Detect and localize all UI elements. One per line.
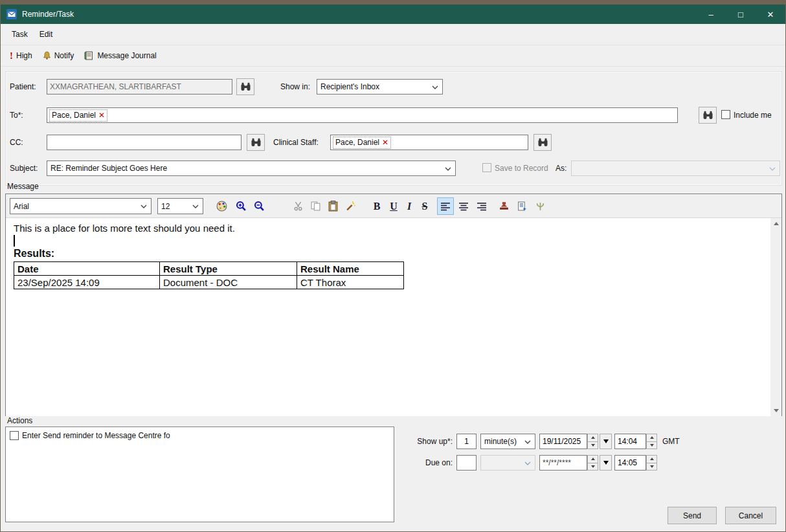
show-up-time-spinner[interactable] [646,434,657,449]
font-size-select[interactable]: 12 [157,198,203,214]
results-col-type: Result Type [160,262,297,276]
bold-icon: B [374,201,381,212]
align-right-icon [477,202,487,211]
scroll-up-button[interactable] [770,218,781,229]
actions-list-box: Enter Send reminder to Message Centre fo [5,427,394,522]
zoom-in-button[interactable] [232,197,249,215]
font-family-select[interactable]: Arial [10,198,152,214]
patient-field [47,79,232,94]
show-in-select[interactable]: Recipient's Inbox [317,79,443,94]
chevron-down-icon [524,440,531,444]
close-button[interactable]: ✕ [756,5,785,24]
show-up-unit-select[interactable]: minute(s) [480,434,535,449]
message-editor[interactable]: This is a place for lots more text shoul… [6,218,781,416]
show-up-date-input[interactable] [539,434,587,449]
editor-scrollbar[interactable] [770,218,781,416]
spin-up-button[interactable] [587,455,598,463]
menu-task[interactable]: Task [6,24,34,45]
copy-button[interactable] [307,197,324,215]
show-up-time-input[interactable] [614,434,646,449]
notify-button[interactable]: Notify [38,49,80,62]
align-center-icon [458,202,469,211]
dialog-body: Patient: Show in: Recipient's Inbox To*:… [1,67,785,531]
align-center-button[interactable] [455,197,472,215]
strikethrough-icon: S [422,201,428,212]
clinical-staff-chip[interactable]: Pace, Daniel ✕ [333,137,391,149]
send-button[interactable]: Send [668,507,717,524]
font-color-button[interactable] [213,197,230,215]
due-on-date-input[interactable] [539,455,587,471]
send-reminder-checkbox[interactable] [10,431,19,440]
spin-up-button[interactable] [587,434,598,442]
cc-label: CC: [10,135,23,150]
remove-clinical-staff-icon[interactable]: ✕ [382,138,388,147]
spin-down-button[interactable] [646,463,657,471]
to-search-button[interactable] [699,107,717,124]
cut-button[interactable] [289,197,306,215]
results-col-date: Date [14,262,160,276]
remove-recipient-icon[interactable]: ✕ [98,111,105,120]
paste-button[interactable] [324,197,341,215]
recipient-chip[interactable]: Pace, Daniel ✕ [49,109,107,122]
spin-up-button[interactable] [646,434,657,442]
show-up-date-spinner[interactable] [587,434,598,449]
binoculars-icon [703,111,713,120]
scroll-down-button[interactable] [770,405,781,416]
maximize-button[interactable]: □ [726,5,756,24]
italic-icon: I [407,201,411,212]
underline-button[interactable]: U [385,197,402,215]
message-section-label: Message [7,181,39,192]
strikethrough-button[interactable]: S [416,197,433,215]
insert-template-button[interactable] [513,197,530,215]
clinical-staff-search-button[interactable] [533,134,552,151]
result-name-cell: CT Thorax [297,276,404,289]
scissors-icon [293,201,303,211]
cancel-button[interactable]: Cancel [725,507,776,524]
clipboard-paste-icon [328,201,338,212]
show-up-value-input[interactable] [456,434,477,449]
due-on-calendar-button[interactable] [600,455,612,471]
due-on-date-spinner[interactable] [587,455,598,471]
text-cursor [14,235,15,247]
font-family-value: Arial [14,202,29,211]
to-field[interactable]: Pace, Daniel ✕ [47,107,678,123]
format-painter-button[interactable] [342,197,359,215]
window-title: Reminder/Task [22,10,74,19]
clinical-staff-field[interactable]: Pace, Daniel ✕ [330,135,528,150]
title-bar[interactable]: Reminder/Task – □ ✕ [1,5,785,24]
due-on-label: Due on: [399,455,453,471]
spin-down-icon [650,465,654,468]
include-me-checkbox[interactable] [721,110,730,119]
cc-search-button[interactable] [247,134,265,151]
show-up-label: Show up*: [399,434,453,449]
app-icon [6,9,17,19]
patient-label: Patient: [10,79,36,94]
italic-button[interactable]: I [401,197,418,215]
zoom-out-button[interactable] [251,197,267,215]
minimize-button[interactable]: – [696,5,726,24]
bold-button[interactable]: B [368,197,385,215]
spin-down-button[interactable] [587,463,598,471]
maximize-icon: □ [738,10,743,19]
show-up-calendar-button[interactable] [600,434,612,449]
align-left-button[interactable] [437,197,454,215]
timestamp-stamp-icon [499,201,510,211]
high-priority-button[interactable]: ! High [5,49,38,62]
spin-up-button[interactable] [646,455,657,463]
patient-search-button[interactable] [236,78,254,95]
spin-down-button[interactable] [646,442,657,450]
spin-down-icon [650,444,654,447]
cc-field[interactable] [47,135,241,150]
menu-edit[interactable]: Edit [34,24,59,45]
due-on-time-spinner[interactable] [646,455,657,471]
message-journal-button[interactable]: Message Journal [79,49,161,62]
include-me-label: Include me [734,107,772,123]
subject-combobox[interactable]: RE: Reminder Subject Goes Here [47,161,456,176]
spellcheck-button[interactable] [532,197,548,215]
spin-down-button[interactable] [587,442,598,450]
stamp-button[interactable] [495,197,512,215]
due-on-time-input[interactable] [614,455,646,471]
due-on-value-input[interactable] [456,455,477,471]
align-right-button[interactable] [473,197,490,215]
results-row: 23/Sep/2025 14:09 Document - DOC CT Thor… [14,276,404,289]
